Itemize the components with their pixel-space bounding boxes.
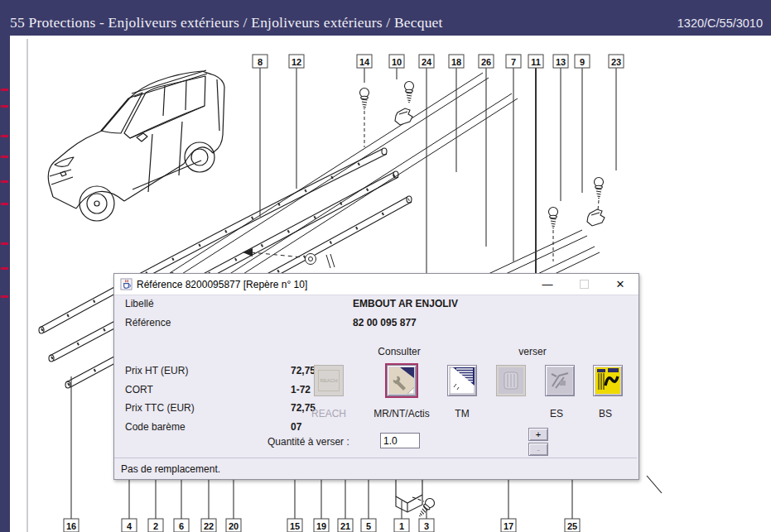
prix-ttc-label: Prix TTC (EUR) [125,402,195,414]
svg-text:2: 2 [153,521,158,531]
callout-26[interactable]: 26 [479,55,494,247]
svg-text:1: 1 [399,521,404,531]
callout-16[interactable]: 16 [64,376,79,532]
cort-label: CORT [125,384,153,395]
mr-nt-actis-caption: MR/NT/Actis [373,408,429,419]
lower-parts [396,476,662,519]
replacement-status: Pas de remplacement. [114,463,220,475]
callout-14[interactable]: 14 [357,55,372,83]
es-icon [547,367,572,394]
margin-tick [1,295,8,298]
svg-text:25: 25 [567,521,577,531]
minimize-button[interactable]: — [529,274,566,295]
dialog-statusbar: Pas de remplacement. [114,458,637,479]
reach-caption: REACH [311,408,346,419]
callout-21[interactable]: 21 [338,478,353,532]
callout-19[interactable]: 19 [314,478,329,532]
dialog-titlebar[interactable]: Référence 8200095877 [Repère n° 10] — ✕ [114,274,638,295]
left-margin-bar [0,36,10,532]
code-bareme-value: 07 [291,421,301,433]
reach-button: REACH [314,365,344,396]
bs-button[interactable] [593,365,623,396]
quantity-label: Quantité à verser : [267,436,349,448]
svg-text:24: 24 [422,57,432,67]
tm-caption: TM [455,408,469,419]
svg-text:26: 26 [481,57,491,67]
callout-2[interactable]: 2 [148,478,163,532]
margin-tick [1,242,8,245]
margin-tick [1,203,8,205]
quantity-input[interactable] [380,433,420,448]
margin-tick [1,267,8,270]
libelle-label: Libellé [125,298,154,309]
svg-text:20: 20 [229,521,239,531]
callout-23[interactable]: 23 [609,55,624,170]
code-bareme-label: Code barème [125,421,186,433]
callout-20[interactable]: 20 [226,478,241,532]
svg-text:22: 22 [204,521,214,531]
top-callouts: 812141024182671113923 [253,55,624,273]
callout-1[interactable]: 1 [394,501,409,532]
close-button[interactable]: ✕ [602,274,638,295]
svg-text:18: 18 [451,57,461,67]
margin-tick [1,156,8,158]
svg-text:15: 15 [290,521,300,531]
java-app-icon [120,278,133,290]
es-button[interactable] [545,365,575,396]
svg-text:10: 10 [392,57,402,67]
mr-nt-actis-button[interactable] [387,365,417,396]
svg-text:16: 16 [66,521,76,531]
callout-18[interactable]: 18 [449,55,464,172]
callout-5[interactable]: 5 [361,478,376,532]
callout-9[interactable]: 9 [575,55,590,193]
tm-button[interactable] [447,365,477,396]
callout-3[interactable]: 3 [419,510,434,532]
svg-text:4: 4 [127,521,133,531]
svg-text:6: 6 [179,521,184,531]
svg-text:12: 12 [292,57,301,67]
callout-13[interactable]: 13 [553,55,568,201]
callout-25[interactable]: 25 [565,478,580,532]
svg-text:13: 13 [556,57,566,67]
callout-22[interactable]: 22 [201,478,216,532]
dialog-title: Référence 8200095877 [Repère n° 10] [137,279,307,290]
callout-17[interactable]: 17 [501,478,516,532]
callout-11[interactable]: 11 [528,55,543,273]
prix-ht-label: Prix HT (EUR) [125,365,188,376]
reference-value: 82 00 095 877 [353,317,417,328]
plate-reference-code: 1320/C/55/3010 [677,7,771,30]
svg-text:17: 17 [504,521,513,531]
quantity-minus-button: - [528,443,548,456]
callout-6[interactable]: 6 [174,478,189,532]
svg-text:19: 19 [316,521,326,531]
callout-4[interactable]: 4 [122,478,137,532]
bs-icon [595,367,620,394]
margin-tick [1,89,8,91]
es-caption: ES [550,408,563,419]
consulter-header: Consulter [378,346,420,357]
quantity-plus-button[interactable]: + [528,428,548,441]
maximize-button [566,274,602,295]
tm-icon [450,367,475,394]
reference-dialog: Référence 8200095877 [Repère n° 10] — ✕ … [113,273,639,480]
callout-7[interactable]: 7 [506,55,521,261]
callout-12[interactable]: 12 [289,55,304,189]
margin-tick [1,180,8,183]
barrel-icon [499,367,523,394]
svg-text:11: 11 [531,57,541,67]
repair-manual-icon [389,367,414,394]
svg-text:8: 8 [258,57,263,67]
callout-8[interactable]: 8 [253,55,267,217]
prix-ht-value: 72,75 [291,365,316,376]
callout-15[interactable]: 15 [287,478,302,532]
svg-text:14: 14 [359,57,370,67]
svg-text:7: 7 [511,57,516,67]
callout-10[interactable]: 10 [389,55,404,79]
car-drawing [48,70,224,221]
reach-icon: REACH [318,370,340,391]
page-title: 55 Protections - Enjoliveurs extérieurs … [0,4,443,31]
reference-label: Référence [125,317,171,328]
verser-blank-button [496,365,526,396]
callout-24[interactable]: 24 [419,55,434,273]
bs-caption: BS [599,408,612,419]
